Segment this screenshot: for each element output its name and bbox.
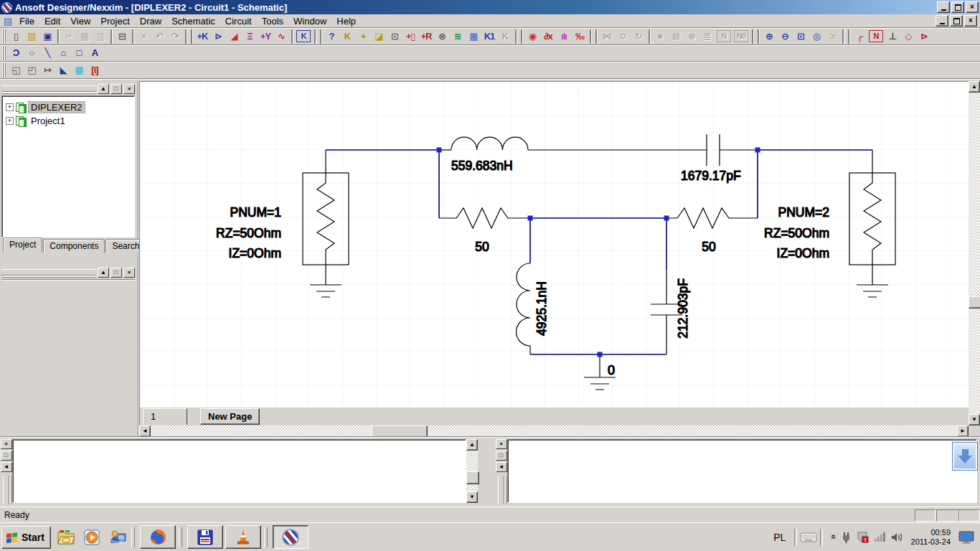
derivative-icon[interactable]: ∂x <box>540 29 556 44</box>
zoom-window-icon[interactable]: ⊡ <box>793 29 809 44</box>
gauge-pen-icon[interactable]: ‰ <box>572 29 588 44</box>
minimize-button[interactable] <box>937 1 950 13</box>
panel-collapse-button[interactable]: ▲ <box>98 268 109 278</box>
scroll-up-button[interactable]: ▲ <box>466 439 478 451</box>
add-diode-icon[interactable]: ⊳ <box>210 29 226 44</box>
vertical-scrollbar[interactable]: ▲ ▼ <box>969 81 980 425</box>
menu-edit[interactable]: Edit <box>39 15 65 27</box>
print-icon[interactable]: ⊟ <box>114 29 130 44</box>
keyboard-icon[interactable] <box>800 532 817 543</box>
start-button[interactable]: Start <box>1 526 51 549</box>
panel-grip[interactable] <box>498 476 504 504</box>
solids-box-icon[interactable]: ◪ <box>371 29 387 44</box>
push-down-icon[interactable]: ◱ <box>8 63 24 77</box>
toolbar-grip[interactable] <box>2 46 6 60</box>
messenger-icon[interactable] <box>107 527 128 548</box>
expand-icon[interactable]: + <box>6 117 14 125</box>
edit-pin-icon[interactable]: + <box>355 29 371 44</box>
scroll-down-button[interactable]: ▼ <box>969 414 980 425</box>
panel-float-button[interactable]: □ <box>496 451 507 461</box>
taskbar-button-vlc[interactable] <box>225 525 261 549</box>
panel-collapse-button[interactable]: ◄ <box>496 462 507 472</box>
panel-float-button[interactable]: □ <box>1 451 12 461</box>
display-icon[interactable] <box>958 531 974 544</box>
panel-grip[interactable] <box>1 269 96 276</box>
panel-close-button[interactable]: × <box>496 439 507 449</box>
place-part-icon[interactable]: N <box>869 30 883 42</box>
panel-grip[interactable] <box>1 85 96 92</box>
scroll-up-button[interactable]: ▲ <box>969 81 980 93</box>
line-tool-icon[interactable]: ╲ <box>39 46 55 60</box>
toolbar-grip[interactable] <box>2 29 6 44</box>
zoom-in-icon[interactable]: ⊕ <box>761 29 777 44</box>
add-ramp-icon[interactable]: ◢ <box>226 29 242 44</box>
power-plug-icon[interactable] <box>841 532 852 543</box>
tab-components[interactable]: Components <box>43 239 105 253</box>
mdi-close-button[interactable]: × <box>964 15 977 27</box>
component-browser-icon[interactable]: K <box>296 30 311 42</box>
tab-project[interactable]: Project <box>3 237 42 253</box>
taskbar-button-floppy[interactable] <box>187 525 223 549</box>
place-interface-port-icon[interactable]: ⊳ <box>916 29 932 44</box>
polygon-tool-icon[interactable]: ⌂ <box>55 46 71 60</box>
rectangle-tool-icon[interactable]: □ <box>71 46 87 60</box>
panel-close-button[interactable]: × <box>123 268 135 278</box>
menu-draw[interactable]: Draw <box>135 15 166 27</box>
text-tool-icon[interactable]: A <box>87 46 103 60</box>
new-document-icon[interactable]: ▯ <box>8 29 24 44</box>
scroll-thumb[interactable] <box>466 471 479 484</box>
grid-pencil-icon[interactable]: ▦ <box>71 63 87 77</box>
add-library-icon[interactable]: +R <box>418 29 434 44</box>
scroll-right-button[interactable]: ► <box>957 425 969 437</box>
scroll-to-bottom-button[interactable] <box>952 442 978 471</box>
create-report-icon[interactable]: ≋ <box>450 29 466 44</box>
zoom-out-icon[interactable]: ⊖ <box>777 29 793 44</box>
dialog-editor-icon[interactable]: ⊡ <box>387 29 402 44</box>
menu-tools[interactable]: Tools <box>257 15 288 27</box>
panel-close-button[interactable]: × <box>123 84 135 94</box>
pan-icon[interactable]: ☞ <box>824 29 840 44</box>
expand-icon[interactable]: + <box>6 103 14 111</box>
panel-collapse-button[interactable]: ▲ <box>98 84 109 94</box>
menu-project[interactable]: Project <box>95 15 134 27</box>
net-marker-icon[interactable]: ↦ <box>39 63 55 77</box>
vertical-scroll-thumb[interactable] <box>969 296 980 309</box>
message-panel-scrollbar[interactable]: ▲ ▼ <box>466 439 478 503</box>
toolbar-grip[interactable] <box>2 63 6 77</box>
add-inductor-icon[interactable]: ∿ <box>273 29 289 44</box>
k1-icon[interactable]: K1 <box>481 29 497 44</box>
menu-help[interactable]: Help <box>331 15 361 27</box>
media-player-icon[interactable] <box>81 527 103 548</box>
circle-tool-icon[interactable]: ○ <box>24 46 39 60</box>
zoom-selection-icon[interactable]: ◎ <box>809 29 824 44</box>
menu-schematic[interactable]: Schematic <box>166 15 220 27</box>
panel-float-button[interactable]: □ <box>110 84 122 94</box>
menu-file[interactable]: File <box>14 15 39 27</box>
close-button[interactable]: × <box>966 1 979 13</box>
tree-item-label[interactable]: Project1 <box>29 116 67 126</box>
pop-up-icon[interactable]: ◰ <box>24 63 39 77</box>
restore-button[interactable] <box>951 1 964 13</box>
scroll-down-button[interactable]: ▼ <box>466 491 478 503</box>
draw-wire-icon[interactable]: ┌ <box>852 29 867 44</box>
setup-analysis-icon[interactable]: ⊛ <box>434 29 450 44</box>
panel-float-button[interactable]: □ <box>110 268 122 278</box>
add-net-icon[interactable]: +Y <box>258 29 273 44</box>
add-junction-icon[interactable]: +K <box>194 29 210 44</box>
place-port-icon[interactable]: ◇ <box>900 29 916 44</box>
menu-view[interactable]: View <box>65 15 95 27</box>
add-document-icon[interactable]: +▯ <box>402 29 418 44</box>
scroll-left-button[interactable]: ◄ <box>139 425 151 437</box>
panel-collapse-button[interactable]: ◄ <box>1 462 12 472</box>
network-signal-icon[interactable] <box>874 532 886 542</box>
save-icon[interactable]: ▣ <box>39 29 55 44</box>
tree-item-project1[interactable]: + Project1 <box>4 114 133 128</box>
progress-panel-body[interactable] <box>507 439 977 503</box>
panel-close-button[interactable]: × <box>1 439 12 449</box>
new-page-tab[interactable]: New Page <box>200 408 260 425</box>
menu-circuit[interactable]: Circuit <box>220 15 257 27</box>
tree-item-diplexer2[interactable]: + DIPLEXER2 <box>4 100 133 114</box>
schematic-canvas[interactable]: PNUM=1 RZ=50Ohm IZ=0Ohm PNUM=2 RZ=50Ohm … <box>139 81 969 408</box>
mdi-restore-button[interactable] <box>950 15 963 27</box>
open-folder-icon[interactable]: ▤ <box>24 29 39 44</box>
